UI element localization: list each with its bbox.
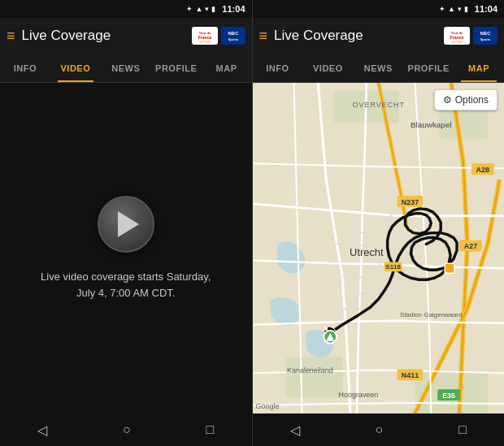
wifi-icon-right: ▾ xyxy=(458,5,462,13)
svg-rect-17 xyxy=(285,357,341,398)
tab-video-left[interactable]: VIDEO xyxy=(50,54,101,82)
svg-text:NBC: NBC xyxy=(480,31,492,36)
header-left: ≡ Live Coverage Tour de France LE TOUR N… xyxy=(0,18,252,54)
bluetooth-icon: ✦ xyxy=(186,5,193,13)
tabs-left: INFO VIDEO NEWS PROFILE MAP xyxy=(0,54,252,83)
svg-text:France: France xyxy=(450,35,464,40)
nbc-logo-right: NBC Sports xyxy=(473,27,497,45)
tab-info-left[interactable]: INFO xyxy=(0,54,50,82)
tab-video-right[interactable]: VIDEO xyxy=(302,54,353,82)
svg-text:E35: E35 xyxy=(442,392,455,400)
play-triangle-icon xyxy=(118,211,139,237)
svg-text:A27: A27 xyxy=(463,242,476,250)
recent-button-left[interactable]: □ xyxy=(193,416,227,444)
nbc-logo: NBC Sports xyxy=(221,27,245,45)
home-button-right[interactable]: ○ xyxy=(363,416,397,444)
map-svg: N237 A27 A28 N411 E35 OVERVECHT Blauwkap… xyxy=(253,83,505,414)
app-title-left: Live Coverage xyxy=(22,28,185,44)
options-button[interactable]: ⚙ Options xyxy=(434,89,497,110)
time-left: 11:04 xyxy=(222,4,245,14)
left-phone: ✦ ▲ ▾ ▮ 11:04 ≡ Live Coverage Tour de Fr… xyxy=(0,0,252,446)
svg-text:France: France xyxy=(198,35,211,40)
battery-icon: ▮ xyxy=(211,5,215,13)
tab-map-right[interactable]: MAP xyxy=(454,54,504,82)
svg-text:Utrecht: Utrecht xyxy=(350,246,384,258)
tab-map-left[interactable]: MAP xyxy=(202,54,252,82)
svg-text:S118: S118 xyxy=(385,263,401,271)
svg-rect-26 xyxy=(445,263,454,273)
svg-rect-11 xyxy=(474,28,497,44)
video-message: Live video coverage starts Saturday,July… xyxy=(16,269,235,301)
svg-text:N237: N237 xyxy=(401,198,418,206)
tab-news-left[interactable]: NEWS xyxy=(101,54,151,82)
right-phone: ✦ ▲ ▾ ▮ 11:04 ≡ Live Coverage Tour de Fr… xyxy=(253,0,505,446)
svg-text:Hoograveen: Hoograveen xyxy=(338,391,378,399)
google-badge: Google xyxy=(256,402,280,410)
wifi-icon: ▾ xyxy=(205,5,209,13)
back-button-left[interactable]: ◁ xyxy=(24,416,60,444)
recent-button-right[interactable]: □ xyxy=(445,416,480,444)
svg-rect-20 xyxy=(324,327,328,331)
bluetooth-icon-right: ✦ xyxy=(439,5,445,13)
svg-text:N411: N411 xyxy=(401,371,418,379)
app-title-right: Live Coverage xyxy=(274,28,437,44)
home-button-left[interactable]: ○ xyxy=(110,416,144,444)
svg-text:LE TOUR: LE TOUR xyxy=(451,41,463,44)
header-right: ≡ Live Coverage Tour de France LE TOUR N… xyxy=(253,18,505,54)
time-right: 11:04 xyxy=(475,4,497,14)
video-area: Live video coverage starts Saturday,July… xyxy=(0,83,252,414)
svg-text:Sports: Sports xyxy=(228,37,238,41)
tab-info-right[interactable]: INFO xyxy=(253,54,303,82)
svg-rect-4 xyxy=(222,28,245,44)
svg-text:Stadion Galgenwaard: Stadion Galgenwaard xyxy=(400,311,462,318)
signal-icon: ▲ xyxy=(195,5,202,13)
status-bar-left: ✦ ▲ ▾ ▮ 11:04 xyxy=(0,0,252,18)
svg-text:NBC: NBC xyxy=(228,31,239,36)
header-logos-left: Tour de France LE TOUR NBC Sports xyxy=(192,27,245,45)
tabs-right: INFO VIDEO NEWS PROFILE MAP xyxy=(253,54,505,83)
status-icons-left: ✦ ▲ ▾ ▮ xyxy=(186,5,215,13)
status-bar-right: ✦ ▲ ▾ ▮ 11:04 xyxy=(253,0,505,18)
nav-bar-right: ◁ ○ □ xyxy=(253,414,505,446)
options-label: Options xyxy=(455,94,489,106)
header-logos-right: Tour de France LE TOUR NBC Sports xyxy=(444,27,497,45)
svg-text:Kanaleneiland: Kanaleneiland xyxy=(287,366,333,375)
play-button[interactable] xyxy=(98,196,154,253)
tdf-logo-right: Tour de France LE TOUR xyxy=(444,27,470,45)
gear-icon: ⚙ xyxy=(443,94,452,106)
status-icons-right: ✦ ▲ ▾ ▮ xyxy=(439,5,468,13)
back-button-right[interactable]: ◁ xyxy=(277,416,313,444)
tdf-logo: Tour de France LE TOUR xyxy=(192,27,218,45)
tab-profile-left[interactable]: PROFILE xyxy=(151,54,202,82)
tab-profile-right[interactable]: PROFILE xyxy=(403,54,454,82)
tab-news-right[interactable]: NEWS xyxy=(353,54,403,82)
svg-text:A28: A28 xyxy=(476,166,489,174)
battery-icon-right: ▮ xyxy=(464,5,468,13)
svg-text:OVERVECHT: OVERVECHT xyxy=(352,101,404,109)
nav-bar-left: ◁ ○ □ xyxy=(0,414,252,446)
signal-icon-right: ▲ xyxy=(448,5,455,13)
svg-text:Blauwkapel: Blauwkapel xyxy=(410,120,451,129)
map-background: N237 A27 A28 N411 E35 OVERVECHT Blauwkap… xyxy=(253,83,505,414)
menu-icon-right[interactable]: ≡ xyxy=(259,28,268,45)
map-area: N237 A27 A28 N411 E35 OVERVECHT Blauwkap… xyxy=(253,83,505,414)
svg-text:LE TOUR: LE TOUR xyxy=(199,41,211,44)
menu-icon[interactable]: ≡ xyxy=(7,28,15,45)
svg-text:Sports: Sports xyxy=(480,37,491,41)
